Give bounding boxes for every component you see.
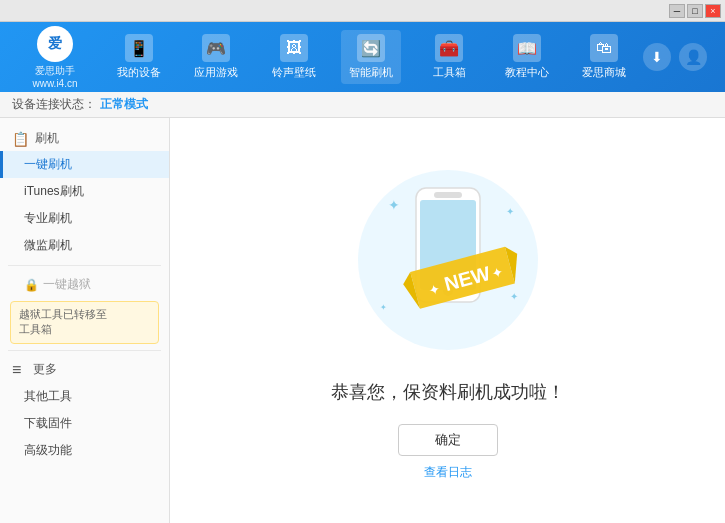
sidebar-jailbreak-locked: 🔒 一键越狱 [0, 272, 169, 297]
pro-flash-label: 专业刷机 [24, 211, 72, 225]
nav-store-label: 爱思商城 [582, 65, 626, 80]
nav-tools-label: 工具箱 [433, 65, 466, 80]
nav-apps-label: 应用游戏 [194, 65, 238, 80]
sidebar-section-flash: 📋 刷机 [0, 126, 169, 151]
illustration-svg: ✦ ✦ ✦ ✦ ✦ ✦ [338, 160, 558, 380]
main-area: 📋 刷机 一键刷机 iTunes刷机 专业刷机 微监刷机 🔒 一键越狱 越狱工具… [0, 118, 725, 523]
nav-ringtones[interactable]: 🖼 铃声壁纸 [264, 30, 324, 84]
itunes-flash-label: iTunes刷机 [24, 184, 84, 198]
view-log-link[interactable]: 查看日志 [424, 464, 472, 481]
download-button[interactable]: ⬇ [643, 43, 671, 71]
flash-section-label: 刷机 [35, 130, 59, 147]
more-section-icon: ≡ [12, 361, 21, 379]
confirm-button[interactable]: 确定 [398, 424, 498, 456]
content-area: ✦ ✦ ✦ ✦ ✦ ✦ [170, 118, 725, 523]
close-button[interactable]: × [705, 4, 721, 18]
svg-text:✦: ✦ [380, 303, 387, 312]
nav-items: 📱 我的设备 🎮 应用游戏 🖼 铃声壁纸 🔄 智能刷机 🧰 工具箱 📖 教程中心… [100, 30, 643, 84]
logo-area: 爱 爱思助手 www.i4.cn [10, 26, 100, 89]
sidebar-divider-1 [8, 265, 161, 266]
status-value: 正常模式 [100, 96, 148, 113]
advanced-label: 高级功能 [24, 443, 72, 457]
sidebar-item-onekey-flash[interactable]: 一键刷机 [0, 151, 169, 178]
nav-tutorials[interactable]: 📖 教程中心 [497, 30, 557, 84]
logo-line2: www.i4.cn [32, 78, 77, 89]
sidebar-item-pro-flash[interactable]: 专业刷机 [0, 205, 169, 232]
svg-rect-7 [434, 192, 462, 198]
success-title: 恭喜您，保资料刷机成功啦！ [331, 380, 565, 404]
sidebar-item-other-tools[interactable]: 其他工具 [0, 383, 169, 410]
sidebar-item-download-firmware[interactable]: 下载固件 [0, 410, 169, 437]
maximize-button[interactable]: □ [687, 4, 703, 18]
more-section-label: 更多 [33, 361, 57, 378]
onekey-flash-label: 一键刷机 [24, 157, 72, 171]
svg-text:✦: ✦ [388, 197, 400, 213]
lock-icon: 🔒 [24, 278, 39, 292]
flash-section-icon: 📋 [12, 131, 29, 147]
sidebar-divider-2 [8, 350, 161, 351]
download-firmware-label: 下载固件 [24, 416, 72, 430]
success-illustration: ✦ ✦ ✦ ✦ ✦ ✦ [338, 160, 558, 380]
sidebar-item-advanced[interactable]: 高级功能 [0, 437, 169, 464]
sidebar-item-itunes-flash[interactable]: iTunes刷机 [0, 178, 169, 205]
nav-right-buttons: ⬇ 👤 [643, 43, 715, 71]
tools-icon: 🧰 [435, 34, 463, 62]
store-icon: 🛍 [590, 34, 618, 62]
sidebar-section-more: ≡ 更多 [0, 357, 169, 383]
minimize-button[interactable]: ─ [669, 4, 685, 18]
title-bar: ─ □ × [0, 0, 725, 22]
jailbreak-notice: 越狱工具已转移至工具箱 [10, 301, 159, 344]
user-button[interactable]: 👤 [679, 43, 707, 71]
nav-store[interactable]: 🛍 爱思商城 [574, 30, 634, 84]
logo-icon: 爱 [37, 26, 73, 62]
jailbreak-label: 一键越狱 [43, 276, 91, 293]
tutorials-icon: 📖 [513, 34, 541, 62]
other-tools-label: 其他工具 [24, 389, 72, 403]
status-bar: 设备连接状态： 正常模式 [0, 92, 725, 118]
nav-my-device[interactable]: 📱 我的设备 [109, 30, 169, 84]
nav-tutorials-label: 教程中心 [505, 65, 549, 80]
apps-icon: 🎮 [202, 34, 230, 62]
sidebar: 📋 刷机 一键刷机 iTunes刷机 专业刷机 微监刷机 🔒 一键越狱 越狱工具… [0, 118, 170, 523]
nav-flash-label: 智能刷机 [349, 65, 393, 80]
jailbreak-notice-text: 越狱工具已转移至工具箱 [19, 308, 107, 335]
nav-flash[interactable]: 🔄 智能刷机 [341, 30, 401, 84]
micro-flash-label: 微监刷机 [24, 238, 72, 252]
svg-text:✦: ✦ [510, 291, 518, 302]
logo-line1: 爱思助手 [35, 64, 75, 78]
nav-my-device-label: 我的设备 [117, 65, 161, 80]
svg-text:✦: ✦ [506, 206, 514, 217]
top-nav: 爱 爱思助手 www.i4.cn 📱 我的设备 🎮 应用游戏 🖼 铃声壁纸 🔄 … [0, 22, 725, 92]
nav-tools[interactable]: 🧰 工具箱 [419, 30, 479, 84]
my-device-icon: 📱 [125, 34, 153, 62]
sidebar-item-micro-flash[interactable]: 微监刷机 [0, 232, 169, 259]
nav-apps[interactable]: 🎮 应用游戏 [186, 30, 246, 84]
ringtones-icon: 🖼 [280, 34, 308, 62]
status-label: 设备连接状态： [12, 96, 96, 113]
flash-icon: 🔄 [357, 34, 385, 62]
nav-ringtones-label: 铃声壁纸 [272, 65, 316, 80]
